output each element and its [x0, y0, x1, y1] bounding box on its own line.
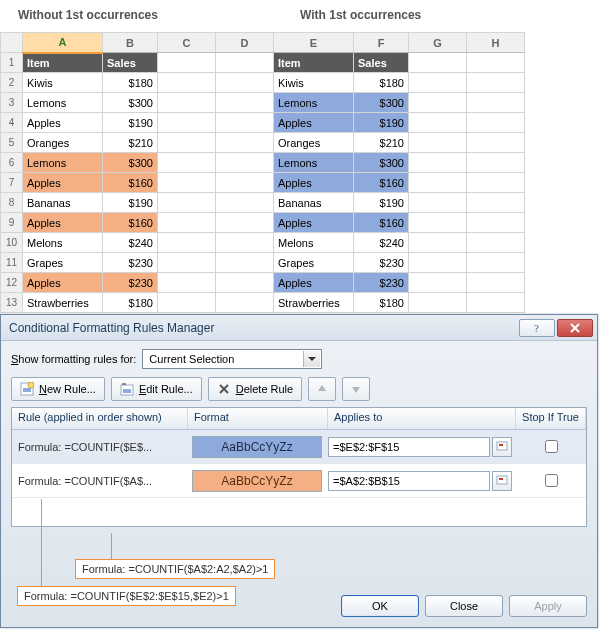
col-D[interactable]: D	[216, 33, 274, 53]
cell-C9[interactable]	[158, 213, 216, 233]
cell-H8[interactable]	[467, 193, 525, 213]
cell-A3[interactable]: Lemons	[23, 93, 103, 113]
help-button[interactable]: ?	[519, 319, 555, 337]
cell-B6[interactable]: $300	[103, 153, 158, 173]
cell-G9[interactable]	[409, 213, 467, 233]
cell-H13[interactable]	[467, 293, 525, 313]
col-G[interactable]: G	[409, 33, 467, 53]
cell-B8[interactable]: $190	[103, 193, 158, 213]
cell-D1[interactable]	[216, 53, 274, 73]
cell-D3[interactable]	[216, 93, 274, 113]
cell-B1[interactable]: Sales	[103, 53, 158, 73]
cell-A1[interactable]: Item	[23, 53, 103, 73]
apply-button[interactable]: Apply	[509, 595, 587, 617]
cell-B4[interactable]: $190	[103, 113, 158, 133]
stop-if-true-checkbox[interactable]	[545, 474, 558, 487]
range-picker-button[interactable]	[492, 437, 512, 457]
cell-E2[interactable]: Kiwis	[274, 73, 354, 93]
edit-rule-button[interactable]: Edit Rule...	[111, 377, 202, 401]
spreadsheet[interactable]: A B C D E F G H 1 Item Sales Item Sales …	[0, 32, 525, 313]
cell-F2[interactable]: $180	[354, 73, 409, 93]
close-button[interactable]	[557, 319, 593, 337]
cell-B2[interactable]: $180	[103, 73, 158, 93]
row-4[interactable]: 4	[1, 113, 23, 133]
cell-H6[interactable]	[467, 153, 525, 173]
close-button-footer[interactable]: Close	[425, 595, 503, 617]
cell-G2[interactable]	[409, 73, 467, 93]
cell-C7[interactable]	[158, 173, 216, 193]
cell-B7[interactable]: $160	[103, 173, 158, 193]
cell-E5[interactable]: Oranges	[274, 133, 354, 153]
cell-H2[interactable]	[467, 73, 525, 93]
col-H[interactable]: H	[467, 33, 525, 53]
cell-E10[interactable]: Melons	[274, 233, 354, 253]
cell-C5[interactable]	[158, 133, 216, 153]
cell-C12[interactable]	[158, 273, 216, 293]
row-5[interactable]: 5	[1, 133, 23, 153]
select-all-cell[interactable]	[1, 33, 23, 53]
cell-G1[interactable]	[409, 53, 467, 73]
cell-H3[interactable]	[467, 93, 525, 113]
cell-D4[interactable]	[216, 113, 274, 133]
cell-G10[interactable]	[409, 233, 467, 253]
cell-E11[interactable]: Grapes	[274, 253, 354, 273]
cell-H10[interactable]	[467, 233, 525, 253]
cell-B10[interactable]: $240	[103, 233, 158, 253]
row-8[interactable]: 8	[1, 193, 23, 213]
cell-C11[interactable]	[158, 253, 216, 273]
cell-B13[interactable]: $180	[103, 293, 158, 313]
cell-G5[interactable]	[409, 133, 467, 153]
cell-C3[interactable]	[158, 93, 216, 113]
col-C[interactable]: C	[158, 33, 216, 53]
dialog-titlebar[interactable]: Conditional Formatting Rules Manager ?	[1, 315, 597, 341]
cell-A2[interactable]: Kiwis	[23, 73, 103, 93]
cell-D12[interactable]	[216, 273, 274, 293]
cell-F12[interactable]: $230	[354, 273, 409, 293]
cell-A10[interactable]: Melons	[23, 233, 103, 253]
cell-E3[interactable]: Lemons	[274, 93, 354, 113]
move-up-button[interactable]	[308, 377, 336, 401]
cell-G11[interactable]	[409, 253, 467, 273]
cell-H11[interactable]	[467, 253, 525, 273]
cell-H12[interactable]	[467, 273, 525, 293]
cell-G4[interactable]	[409, 113, 467, 133]
cell-A6[interactable]: Lemons	[23, 153, 103, 173]
cell-E4[interactable]: Apples	[274, 113, 354, 133]
cell-H9[interactable]	[467, 213, 525, 233]
cell-B12[interactable]: $230	[103, 273, 158, 293]
cell-F4[interactable]: $190	[354, 113, 409, 133]
cell-D10[interactable]	[216, 233, 274, 253]
cell-A4[interactable]: Apples	[23, 113, 103, 133]
col-E[interactable]: E	[274, 33, 354, 53]
cell-E9[interactable]: Apples	[274, 213, 354, 233]
stop-if-true-checkbox[interactable]	[545, 440, 558, 453]
cell-C13[interactable]	[158, 293, 216, 313]
cell-H4[interactable]	[467, 113, 525, 133]
cell-C1[interactable]	[158, 53, 216, 73]
cell-F6[interactable]: $300	[354, 153, 409, 173]
cell-G8[interactable]	[409, 193, 467, 213]
row-7[interactable]: 7	[1, 173, 23, 193]
row-3[interactable]: 3	[1, 93, 23, 113]
cell-D6[interactable]	[216, 153, 274, 173]
cell-F8[interactable]: $190	[354, 193, 409, 213]
cell-F7[interactable]: $160	[354, 173, 409, 193]
cell-D7[interactable]	[216, 173, 274, 193]
cell-E6[interactable]: Lemons	[274, 153, 354, 173]
cell-A11[interactable]: Grapes	[23, 253, 103, 273]
cell-D2[interactable]	[216, 73, 274, 93]
cell-F10[interactable]: $240	[354, 233, 409, 253]
cell-G6[interactable]	[409, 153, 467, 173]
cell-C6[interactable]	[158, 153, 216, 173]
cell-F3[interactable]: $300	[354, 93, 409, 113]
ok-button[interactable]: OK	[341, 595, 419, 617]
new-rule-button[interactable]: New Rule...	[11, 377, 105, 401]
cell-F13[interactable]: $180	[354, 293, 409, 313]
cell-G12[interactable]	[409, 273, 467, 293]
rule-row[interactable]: Formula: =COUNTIF($A$...AaBbCcYyZz=$A$2:…	[12, 464, 586, 498]
cell-E1[interactable]: Item	[274, 53, 354, 73]
cell-A8[interactable]: Bananas	[23, 193, 103, 213]
cell-D5[interactable]	[216, 133, 274, 153]
delete-rule-button[interactable]: Delete Rule	[208, 377, 303, 401]
range-picker-button[interactable]	[492, 471, 512, 491]
